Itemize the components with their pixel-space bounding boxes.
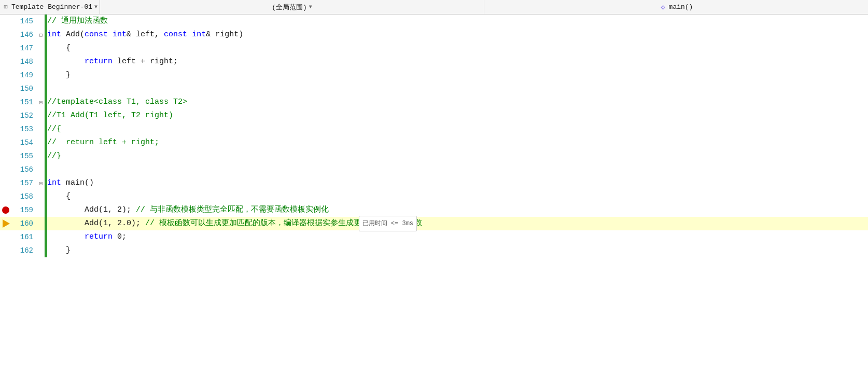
- breakpoint-area-146[interactable]: [0, 28, 11, 42]
- function-dropdown[interactable]: ◇ main(): [484, 0, 868, 14]
- token-plain: & left,: [127, 28, 164, 42]
- token-plain: }: [66, 68, 71, 82]
- breakpoint-area-151[interactable]: [0, 95, 11, 109]
- code-editor: 145// 通用加法函数146⊟int Add(const int& left,…: [0, 15, 868, 373]
- breakpoint-area-150[interactable]: [0, 82, 11, 95]
- code-line-159: Add(1, 2); // 与非函数模板类型完全匹配，不需要函数模板实例化: [47, 203, 329, 217]
- code-line-158: {: [47, 190, 71, 203]
- line-row-148: 148 return left + right;: [0, 55, 868, 68]
- code-line-162: }: [47, 244, 71, 257]
- code-line-148: return left + right;: [47, 55, 178, 68]
- token-plain: {: [66, 42, 71, 55]
- breakpoint-area-158[interactable]: [0, 190, 11, 203]
- code-line-149: }: [47, 68, 71, 82]
- code-line-157: int main(): [47, 176, 94, 190]
- fold-indicator-151[interactable]: ⊟: [37, 95, 45, 109]
- breakpoint-area-145[interactable]: [0, 15, 11, 28]
- token-kw-return: return: [85, 230, 113, 244]
- line-number-150: 150: [11, 82, 37, 95]
- line-number-147: 147: [11, 42, 37, 55]
- fold-indicator-146[interactable]: ⊟: [37, 28, 45, 42]
- fold-indicator-162: [37, 244, 45, 257]
- fold-indicator-145: [37, 15, 45, 28]
- token-kw-return: return: [85, 55, 113, 68]
- breakpoint-area-157[interactable]: [0, 176, 11, 190]
- line-row-151: 151⊟//template<class T1, class T2>: [0, 95, 868, 109]
- breakpoint-area-153[interactable]: [0, 122, 11, 136]
- time-badge: 已用时间 <= 3ms: [359, 216, 417, 231]
- breakpoint-area-152[interactable]: [0, 109, 11, 122]
- line-row-162: 162 }: [0, 244, 868, 257]
- file-dropdown-arrow: ▼: [94, 4, 97, 10]
- fold-indicator-158: [37, 190, 45, 203]
- code-line-151: //template<class T1, class T2>: [47, 95, 187, 109]
- line-number-154: 154: [11, 136, 37, 149]
- line-number-149: 149: [11, 68, 37, 82]
- line-row-150: 150: [0, 82, 868, 95]
- breakpoint-area-155[interactable]: [0, 149, 11, 163]
- token-const-kw: const: [164, 28, 187, 42]
- code-area[interactable]: 145// 通用加法函数146⊟int Add(const int& left,…: [0, 15, 868, 373]
- line-number-146: 146: [11, 28, 37, 42]
- line-row-158: 158 {: [0, 190, 868, 203]
- token-plain: {: [66, 190, 71, 203]
- line-row-161: 161 return 0;: [0, 230, 868, 244]
- line-number-160: 160: [11, 217, 37, 230]
- breakpoint-area-160[interactable]: [0, 217, 11, 230]
- breakpoint-area-149[interactable]: [0, 68, 11, 82]
- fold-indicator-155: [37, 149, 45, 163]
- code-line-161: return 0;: [47, 230, 127, 244]
- breakpoint-dot: [2, 206, 9, 214]
- fold-indicator-148: [37, 55, 45, 68]
- line-number-156: 156: [11, 163, 37, 176]
- token-comment: // return left + right;: [47, 136, 159, 149]
- lines-container: 145// 通用加法函数146⊟int Add(const int& left,…: [0, 15, 868, 373]
- code-line-152: //T1 Add(T1 left, T2 right): [47, 109, 173, 122]
- line-number-157: 157: [11, 176, 37, 190]
- line-row-155: 155//}: [0, 149, 868, 163]
- line-number-162: 162: [11, 244, 37, 257]
- breakpoint-area-154[interactable]: [0, 136, 11, 149]
- token-plain: Add(1, 2);: [85, 203, 136, 217]
- breakpoint-area-148[interactable]: [0, 55, 11, 68]
- file-label: Template Beginner-01: [11, 3, 92, 11]
- token-comment: // 与非函数模板类型完全匹配，不需要函数模板实例化: [136, 203, 329, 217]
- line-number-155: 155: [11, 149, 37, 163]
- token-plain: [108, 28, 113, 42]
- line-row-153: 153//{: [0, 122, 868, 136]
- fold-indicator-159: [37, 203, 45, 217]
- token-comment: // 通用加法函数: [47, 15, 108, 28]
- line-number-158: 158: [11, 190, 37, 203]
- file-dropdown[interactable]: ⊞ Template Beginner-01 ▼: [0, 0, 100, 14]
- token-plain: Add(: [61, 28, 85, 42]
- breakpoint-area-147[interactable]: [0, 42, 11, 55]
- code-line-147: {: [47, 42, 71, 55]
- fold-indicator-147: [37, 42, 45, 55]
- token-plain: 0;: [113, 230, 127, 244]
- token-plain: Add(1, 2.0);: [85, 217, 145, 230]
- line-number-145: 145: [11, 15, 37, 28]
- token-const-kw: const: [85, 28, 108, 42]
- token-plain: left + right;: [113, 55, 178, 68]
- line-row-160: 160 Add(1, 2.0); // 模板函数可以生成更加匹配的版本，编译器根…: [0, 217, 868, 230]
- token-kw-blue: int: [47, 28, 61, 42]
- breakpoint-area-162[interactable]: [0, 244, 11, 257]
- fold-indicator-153: [37, 122, 45, 136]
- code-line-145: // 通用加法函数: [47, 15, 108, 28]
- breakpoint-area-159[interactable]: [0, 203, 11, 217]
- code-line-146: int Add(const int& left, const int& righ…: [47, 28, 243, 42]
- fold-indicator-157[interactable]: ⊟: [37, 176, 45, 190]
- token-comment: //template<class T1, class T2>: [47, 95, 187, 109]
- token-comment: //}: [47, 149, 61, 163]
- token-kw-blue: int: [47, 176, 61, 190]
- toolbar: ⊞ Template Beginner-01 ▼ (全局范围) ▼ ◇ main…: [0, 0, 868, 15]
- scope-dropdown[interactable]: (全局范围) ▼: [100, 0, 484, 14]
- line-number-161: 161: [11, 230, 37, 244]
- breakpoint-area-161[interactable]: [0, 230, 11, 244]
- line-row-152: 152//T1 Add(T1 left, T2 right): [0, 109, 868, 122]
- line-number-152: 152: [11, 109, 37, 122]
- line-row-149: 149 }: [0, 68, 868, 82]
- fold-indicator-161: [37, 230, 45, 244]
- fold-indicator-149: [37, 68, 45, 82]
- breakpoint-area-156[interactable]: [0, 163, 11, 176]
